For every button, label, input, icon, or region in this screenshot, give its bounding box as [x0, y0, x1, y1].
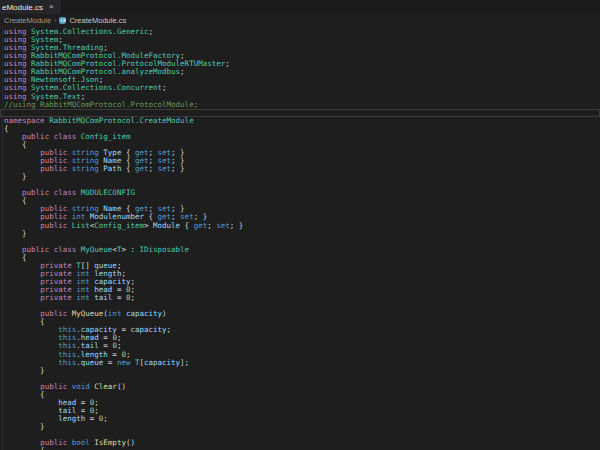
tab-bar: eModule.cs × [0, 0, 600, 14]
code-token: } [4, 172, 27, 181]
code-token: capacity [126, 309, 162, 318]
code-token: string [72, 164, 104, 173]
csharp-file-icon: C# [59, 17, 66, 24]
editor-pane[interactable]: using System.Collections.Generic;using S… [0, 26, 600, 450]
code-token: get [135, 164, 149, 173]
code-token: } [4, 422, 45, 431]
code-token: ; [180, 67, 185, 76]
code-token: ]; [180, 358, 189, 367]
breadcrumb: CreateModule › C# CreateModule.cs [0, 14, 600, 26]
code-token: Path [103, 164, 121, 173]
code-token: ; } [171, 164, 185, 173]
code-token: new [117, 358, 135, 367]
breadcrumb-item-file[interactable]: CreateModule.cs [69, 16, 126, 25]
code-token: set [158, 164, 172, 173]
code-token: List [72, 221, 90, 230]
code-line[interactable]: using System.Collections.Concurrent; [0, 84, 600, 92]
code-token: this [58, 358, 76, 367]
code-line[interactable]: } [0, 230, 600, 238]
code-token: namespace [4, 116, 49, 125]
code-token: Module [153, 221, 180, 230]
code-line[interactable]: } [0, 173, 600, 181]
gutter-edge-line [2, 26, 3, 450]
code-token: { [121, 164, 135, 173]
code-line[interactable]: //using RabbitMQComProtocol.ProtocolModu… [0, 101, 600, 109]
code-line[interactable]: public string Path { get; set; } [0, 165, 600, 173]
code-area[interactable]: using System.Collections.Generic;using S… [0, 26, 600, 450]
code-token: IDisposable [139, 245, 189, 254]
code-token: = [103, 358, 117, 367]
code-token: set [216, 221, 230, 230]
code-token: { [180, 221, 194, 230]
code-token: Config_item [81, 132, 131, 141]
code-token [4, 293, 40, 302]
code-line[interactable]: using System.Collections.Generic; [0, 28, 600, 36]
code-token: int [76, 293, 94, 302]
code-token: //using RabbitMQComProtocol.ProtocolModu… [4, 100, 198, 109]
code-line[interactable]: public bool IsEmpty() [0, 439, 600, 447]
code-token: public [40, 221, 72, 230]
code-line[interactable]: } [0, 367, 600, 375]
code-token: public class [22, 132, 81, 141]
code-token: RabbitMQComProtocol.CreateModule [49, 116, 194, 125]
code-token: queue [81, 358, 104, 367]
code-token: capacity [144, 358, 180, 367]
code-line[interactable]: public MyQueue(int capacity) [0, 310, 600, 318]
code-token: MyQueue [81, 245, 113, 254]
code-token: ; } [230, 221, 244, 230]
code-token: length [58, 414, 85, 423]
code-token: ; [167, 325, 172, 334]
code-token: void [72, 382, 95, 391]
code-line[interactable]: namespace RabbitMQComProtocol.CreateModu… [0, 117, 600, 125]
code-token: get [194, 221, 208, 230]
code-token: = [85, 414, 99, 423]
code-token: ; [130, 293, 135, 302]
code-line[interactable]: this.queue = new T[capacity]; [0, 359, 600, 367]
code-token: public class [22, 188, 81, 197]
tab-label: eModule.cs [2, 3, 43, 12]
code-token: IsEmpty [94, 438, 126, 447]
code-token: public [40, 309, 72, 318]
code-token: ; [149, 164, 158, 173]
code-token: > [144, 221, 153, 230]
code-token: public class [22, 245, 81, 254]
code-token: } [4, 229, 27, 238]
code-line[interactable]: length = 0; [0, 415, 600, 423]
code-token: () [126, 438, 135, 447]
code-token: capacity [130, 325, 166, 334]
code-token: { [4, 446, 45, 450]
code-line[interactable]: public void Clear() [0, 383, 600, 391]
code-line[interactable]: private int tail = 0; [0, 294, 600, 302]
code-token: public [40, 382, 72, 391]
code-line[interactable]: } [0, 423, 600, 431]
code-token: bool [72, 438, 95, 447]
breadcrumb-item-folder[interactable]: CreateModule [4, 16, 51, 25]
code-line[interactable]: public class Config_item [0, 133, 600, 141]
tab-createmodule-cs[interactable]: eModule.cs × [0, 0, 62, 14]
code-token: ; [207, 221, 216, 230]
code-token: tail [94, 293, 112, 302]
code-token: Config_item [94, 221, 144, 230]
code-token: = [112, 293, 126, 302]
code-token: > : [121, 245, 139, 254]
code-token: () [117, 382, 126, 391]
code-token: int [108, 309, 126, 318]
code-line[interactable]: public class MODULECONFIG [0, 189, 600, 197]
code-token: ; [103, 414, 108, 423]
code-token: Clear [94, 382, 117, 391]
code-token: MyQueue [72, 309, 104, 318]
code-token: ) [162, 309, 167, 318]
code-token: ; [149, 27, 154, 36]
code-token: public [40, 438, 72, 447]
code-token: ; [225, 59, 230, 68]
close-icon[interactable]: × [49, 3, 54, 11]
code-token: } [4, 366, 45, 375]
code-token: ; [162, 83, 167, 92]
code-token: MODULECONFIG [81, 188, 135, 197]
code-token: private [40, 293, 76, 302]
code-token: public [40, 164, 72, 173]
chevron-right-icon: › [54, 17, 56, 24]
code-line[interactable]: public List<Config_item> Module { get; s… [0, 222, 600, 230]
code-line[interactable]: public class MyQueue<T> : IDisposable [0, 246, 600, 254]
